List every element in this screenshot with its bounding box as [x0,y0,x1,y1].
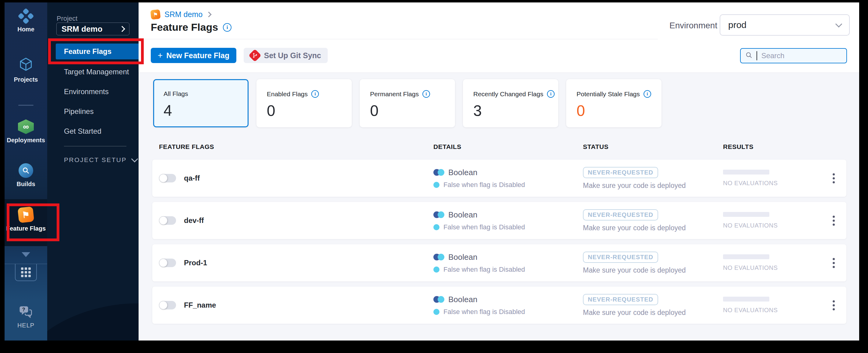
sidebar-divider [64,146,126,147]
stat-card-all-flags[interactable]: All Flags 4 [153,79,249,127]
sidebar-item-label: Builds [17,181,35,188]
table-header: FEATURE FLAGS DETAILS STATUS RESULTS [152,143,846,152]
default-rule: False when flag is Disabled [443,223,525,231]
environment-value: prod [728,20,746,30]
search-icon [745,51,753,60]
set-up-git-sync-button[interactable]: Set Up Git Sync [244,48,328,63]
help-chat-icon: ? [19,306,33,320]
stat-label: Enabled Flags [267,91,308,98]
results-progress-bar [723,212,769,217]
flag-type: Boolean [448,295,477,304]
svg-text:?: ? [22,307,26,312]
flag-name[interactable]: FF_name [184,301,216,310]
row-menu-button[interactable] [827,202,840,239]
flag-name[interactable]: qa-ff [184,174,200,183]
status-text: Make sure your code is deployed [583,224,686,232]
status-text: Make sure your code is deployed [583,182,686,190]
info-icon[interactable]: i [547,90,555,98]
row-menu-button[interactable] [827,160,840,197]
stats-cards: All Flags 4 Enabled Flagsi 0 Permanent F… [153,79,661,127]
new-feature-flag-button[interactable]: + New Feature Flag [151,48,236,63]
results-progress-bar [723,254,769,259]
chevron-down-icon[interactable] [22,252,30,257]
search-input[interactable] [761,51,842,60]
sidebar-item-home[interactable]: Home [5,9,47,33]
status-badge: NEVER-REQUESTED [583,167,658,178]
plus-icon: + [158,51,163,60]
stat-value: 3 [473,102,558,120]
project-setup-toggle[interactable]: PROJECT SETUP [64,156,137,164]
stat-label: Recently Changed Flags [473,91,543,98]
stat-card-permanent-flags[interactable]: Permanent Flagsi 0 [360,79,455,127]
status-badge: NEVER-REQUESTED [583,294,658,305]
flag-type: Boolean [448,210,477,220]
flag-name[interactable]: Prod-1 [184,259,207,267]
flag-toggle[interactable] [159,174,176,183]
results-progress-bar [723,297,769,301]
stat-label: Permanent Flags [370,91,419,98]
module-picker-button[interactable] [15,264,37,281]
project-setup-label: PROJECT SETUP [64,156,127,164]
page-header: ⚑ SRM demo Feature Flags i Environment p… [138,2,859,73]
screenshot-frame: Home Projects ∞ Deployments [0,0,868,353]
flag-toggle[interactable] [159,216,176,225]
sidebar-item-deployments[interactable]: ∞ Deployments [5,119,47,144]
help-button[interactable]: ? HELP [5,306,47,329]
sidebar-item-get-started[interactable]: Get Started [47,123,138,139]
environment-select[interactable]: prod [720,14,850,36]
status-badge: NEVER-REQUESTED [583,209,658,221]
help-label: HELP [18,322,34,329]
chevron-right-icon [206,11,211,17]
variation-dot-icon [433,224,439,230]
toggle-knob [159,301,167,310]
flag-toggle[interactable] [159,259,176,267]
boolean-type-icon [433,254,444,260]
stat-card-enabled-flags[interactable]: Enabled Flagsi 0 [256,79,352,127]
toggle-knob [159,259,167,267]
row-menu-button[interactable] [827,244,840,282]
sidebar-item-pipelines[interactable]: Pipelines [47,103,138,119]
environment-label: Environment [670,21,717,30]
project-selector[interactable]: SRM demo [56,23,129,35]
search-box[interactable] [740,48,847,63]
flag-type: Boolean [448,168,477,177]
info-icon[interactable]: i [423,90,430,98]
flag-toggle[interactable] [159,301,176,310]
info-icon[interactable]: i [223,23,231,32]
info-icon[interactable]: i [644,90,651,98]
stat-value: 0 [577,102,661,120]
table-row[interactable]: qa-ff Boolean False when flag is Disable… [152,160,846,197]
git-icon [249,49,261,62]
chevron-right-icon [119,26,125,32]
sidebar-item-label: Deployments [7,137,45,144]
stat-value: 4 [163,102,248,119]
sidebar-item-target-management[interactable]: Target Management [47,64,138,80]
info-icon[interactable]: i [311,90,319,98]
grid-icon [21,267,31,277]
results-progress-bar [723,170,769,174]
sidebar-item-builds[interactable]: Builds [5,163,47,188]
sidebar-item-label: Projects [14,76,38,83]
table-row[interactable]: FF_name Boolean False when flag is Disab… [152,287,846,324]
breadcrumb: ⚑ SRM demo [151,10,211,19]
results-text: NO EVALUATIONS [723,307,778,314]
sidebar-item-environments[interactable]: Environments [47,84,138,100]
sidebar-item-projects[interactable]: Projects [5,57,47,83]
table-row[interactable]: Prod-1 Boolean False when flag is Disabl… [152,244,846,282]
sidebar-item-label: Home [18,26,34,33]
breadcrumb-project-link[interactable]: SRM demo [164,10,203,19]
variation-dot-icon [433,309,439,315]
stat-card-potentially-stale-flags[interactable]: Potentially Stale Flagsi 0 [566,79,661,127]
project-section-label: Project [57,14,78,23]
cube-icon [18,57,33,73]
table-row[interactable]: dev-ff Boolean False when flag is Disabl… [152,202,846,239]
column-header-feature-flags: FEATURE FLAGS [159,143,214,151]
stat-card-recently-changed-flags[interactable]: Recently Changed Flagsi 3 [463,79,558,127]
boolean-type-icon [433,169,444,176]
chevron-down-icon [131,156,138,163]
flag-name[interactable]: dev-ff [184,216,204,225]
boolean-type-icon [433,212,444,218]
chevron-down-icon [835,21,842,28]
default-rule: False when flag is Disabled [443,181,525,189]
row-menu-button[interactable] [827,287,840,324]
